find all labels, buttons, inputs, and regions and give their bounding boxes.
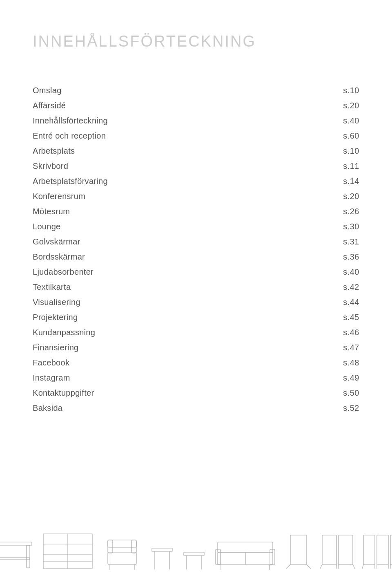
svg-rect-32 [339, 535, 353, 565]
toc-row: Projekterings.45 [33, 310, 359, 325]
toc-page: s.60 [229, 128, 359, 143]
toc-row: Instagrams.49 [33, 370, 359, 385]
svg-rect-39 [390, 535, 392, 565]
svg-rect-18 [184, 552, 204, 556]
toc-page: s.10 [229, 83, 359, 98]
toc-page: s.26 [229, 204, 359, 219]
svg-rect-24 [270, 549, 275, 565]
toc-label: Facebook [33, 355, 229, 370]
toc-label: Affärsidé [33, 98, 229, 113]
furniture-item-3 [102, 534, 143, 571]
page-container: INNEHÅLLSFÖRTECKNING Omslags.10Affärsidé… [0, 0, 392, 587]
toc-table: Omslags.10Affärsidés.20Innehållsförteckn… [33, 83, 359, 416]
toc-page: s.42 [229, 280, 359, 295]
toc-label: Projektering [33, 310, 229, 325]
svg-rect-22 [218, 542, 273, 553]
toc-row: Arbetsplatsförvarings.14 [33, 174, 359, 189]
toc-row: Mötesrums.26 [33, 204, 359, 219]
toc-page: s.52 [229, 401, 359, 416]
toc-row: Ljudabsorbenters.40 [33, 264, 359, 280]
toc-page: s.44 [229, 295, 359, 310]
svg-rect-12 [108, 540, 136, 547]
toc-page: s.14 [229, 174, 359, 189]
toc-row: Golvskärmars.31 [33, 234, 359, 249]
toc-row: Baksidas.52 [33, 401, 359, 416]
svg-line-36 [353, 565, 355, 569]
furniture-item-2 [41, 532, 94, 571]
toc-row: Lounges.30 [33, 219, 359, 234]
furniture-illustrations [0, 532, 392, 571]
toc-row: Entré och receptions.60 [33, 128, 359, 143]
toc-page: s.40 [229, 113, 359, 128]
toc-label: Kundanpassning [33, 325, 229, 340]
svg-line-30 [307, 565, 311, 569]
toc-page: s.11 [229, 159, 359, 174]
toc-row: Facebooks.48 [33, 355, 359, 370]
svg-line-40 [362, 565, 363, 569]
svg-rect-31 [322, 535, 336, 565]
toc-label: Entré och reception [33, 128, 229, 143]
toc-label: Finansiering [33, 340, 229, 355]
toc-label: Golvskärmar [33, 234, 229, 249]
page-title: INNEHÅLLSFÖRTECKNING [33, 33, 359, 50]
toc-page: s.20 [229, 189, 359, 204]
toc-page: s.46 [229, 325, 359, 340]
toc-label: Instagram [33, 370, 229, 385]
toc-label: Visualisering [33, 295, 229, 310]
toc-row: Skrivbords.11 [33, 159, 359, 174]
toc-page: s.31 [229, 234, 359, 249]
svg-rect-23 [216, 549, 220, 565]
toc-row: Bordsskärmars.36 [33, 249, 359, 264]
toc-page: s.36 [229, 249, 359, 264]
toc-label: Mötesrum [33, 204, 229, 219]
toc-label: Arbetsplats [33, 143, 229, 159]
svg-rect-3 [0, 558, 30, 560]
toc-row: Affärsidés.20 [33, 98, 359, 113]
svg-rect-2 [27, 545, 30, 568]
svg-line-33 [320, 565, 322, 569]
svg-rect-37 [363, 535, 375, 565]
svg-rect-11 [131, 540, 136, 553]
toc-page: s.30 [229, 219, 359, 234]
toc-label: Textilkarta [33, 280, 229, 295]
svg-line-29 [286, 565, 290, 569]
toc-page: s.50 [229, 385, 359, 401]
toc-label: Arbetsplatsförvaring [33, 174, 229, 189]
toc-label: Omslag [33, 83, 229, 98]
toc-row: Textilkartas.42 [33, 280, 359, 295]
toc-row: Innehållsförtecknings.40 [33, 113, 359, 128]
svg-rect-38 [377, 535, 388, 565]
toc-page: s.40 [229, 264, 359, 280]
furniture-item-9 [362, 532, 392, 571]
toc-page: s.47 [229, 340, 359, 355]
toc-label: Innehållsförteckning [33, 113, 229, 128]
toc-row: Arbetsplatss.10 [33, 143, 359, 159]
toc-label: Lounge [33, 219, 229, 234]
toc-row: Konferensrums.20 [33, 189, 359, 204]
svg-rect-10 [108, 540, 113, 553]
toc-row: Kontaktuppgifters.50 [33, 385, 359, 401]
toc-page: s.49 [229, 370, 359, 385]
toc-label: Konferensrum [33, 189, 229, 204]
svg-rect-15 [152, 548, 172, 551]
svg-rect-9 [108, 552, 136, 565]
furniture-item-8 [320, 532, 355, 571]
toc-label: Bordsskärmar [33, 249, 229, 264]
furniture-item-6 [214, 534, 277, 571]
toc-label: Ljudabsorbenter [33, 264, 229, 280]
toc-page: s.45 [229, 310, 359, 325]
furniture-item-7 [284, 532, 313, 571]
toc-page: s.10 [229, 143, 359, 159]
toc-row: Visualiserings.44 [33, 295, 359, 310]
toc-page: s.48 [229, 355, 359, 370]
toc-row: Omslags.10 [33, 83, 359, 98]
svg-rect-0 [0, 542, 32, 545]
toc-label: Skrivbord [33, 159, 229, 174]
toc-row: Kundanpassnings.46 [33, 325, 359, 340]
svg-rect-28 [290, 535, 307, 565]
furniture-item-1 [0, 534, 34, 571]
toc-label: Kontaktuppgifter [33, 385, 229, 401]
furniture-item-4 [150, 540, 174, 571]
furniture-item-5 [182, 540, 206, 571]
toc-page: s.20 [229, 98, 359, 113]
